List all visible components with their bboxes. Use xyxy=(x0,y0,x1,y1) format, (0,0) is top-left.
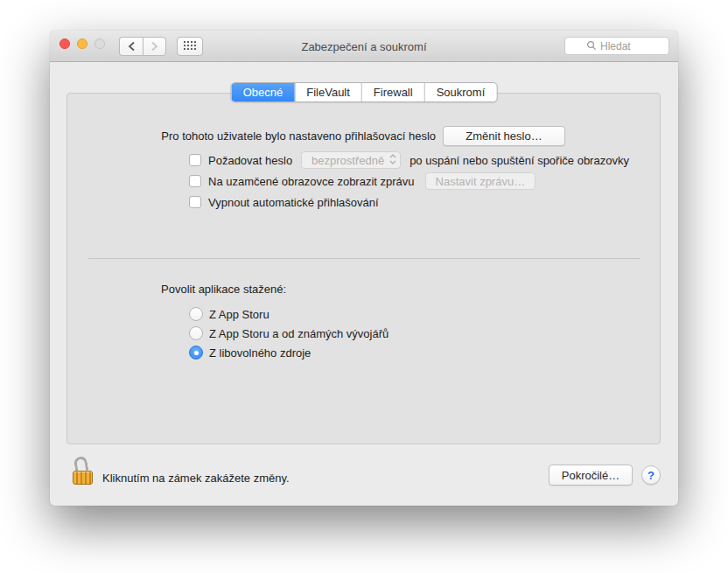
lock-body xyxy=(73,471,93,485)
lock-icon-unlocked[interactable] xyxy=(73,457,95,485)
help-button[interactable]: ? xyxy=(641,465,661,485)
zoom-button-disabled xyxy=(94,38,105,49)
app-source-row-appstore: Z App Storu xyxy=(189,305,270,323)
password-delay-popup-disabled[interactable]: bezprostředně xyxy=(301,151,401,169)
divider xyxy=(88,258,640,259)
minimize-button[interactable] xyxy=(77,38,88,49)
search-field[interactable] xyxy=(564,37,669,55)
lock-message-label: Na uzamčené obrazovce zobrazit zprávu xyxy=(208,175,415,188)
tab-soukromi[interactable]: Soukromí xyxy=(425,83,497,101)
question-mark-icon: ? xyxy=(648,469,654,482)
security-privacy-window: Zabezpečení a soukromí Obecné FileVault … xyxy=(50,31,678,506)
auto-login-checkbox[interactable] xyxy=(189,196,201,208)
radio-app-store[interactable] xyxy=(189,307,203,321)
lock-hint-label: Kliknutím na zámek zakážete změny. xyxy=(102,469,290,486)
auto-login-label: Vypnout automatické přihlašování xyxy=(208,196,379,209)
tab-firewall[interactable]: Firewall xyxy=(362,83,425,101)
forward-button-disabled[interactable] xyxy=(143,37,166,56)
grid-icon xyxy=(184,38,196,54)
password-delay-value: bezprostředně xyxy=(310,154,386,167)
change-password-button[interactable]: Změnit heslo… xyxy=(443,126,565,146)
radio-anywhere-label: Z libovolného zdroje xyxy=(209,346,311,360)
require-password-label: Požadovat heslo xyxy=(208,154,292,167)
require-password-checkbox[interactable] xyxy=(189,154,201,166)
lock-message-checkbox[interactable] xyxy=(189,175,201,187)
tab-obecne[interactable]: Obecné xyxy=(232,83,296,101)
title-bar[interactable]: Zabezpečení a soukromí xyxy=(50,31,678,62)
chevron-right-icon xyxy=(150,41,158,52)
general-pane: Pro tohoto uživatele bylo nastaveno přih… xyxy=(66,93,661,444)
app-source-row-identified: Z App Storu a od známých vývojářů xyxy=(189,325,388,342)
radio-anywhere-selected[interactable] xyxy=(189,346,203,360)
chevron-left-icon xyxy=(128,41,136,52)
close-button[interactable] xyxy=(60,38,70,49)
popup-arrows-icon xyxy=(389,154,396,167)
require-password-suffix-label: po uspání nebo spuštění spořiče obrazovk… xyxy=(410,154,629,167)
radio-app-store-and-developers[interactable] xyxy=(189,326,203,340)
show-all-button[interactable] xyxy=(177,37,203,56)
back-button[interactable] xyxy=(119,37,143,56)
auto-login-row: Vypnout automatické přihlašování xyxy=(189,193,379,211)
lock-message-row: Na uzamčené obrazovce zobrazit zprávu Na… xyxy=(189,172,536,190)
allow-apps-label: Povolit aplikace stažené: xyxy=(161,283,286,296)
tab-bar: Obecné FileVault Firewall Soukromí xyxy=(231,82,498,102)
app-source-row-anywhere: Z libovolného zdroje xyxy=(189,344,311,361)
radio-app-store-label: Z App Storu xyxy=(209,308,270,321)
search-icon xyxy=(586,38,597,54)
radio-app-store-and-developers-label: Z App Storu a od známých vývojářů xyxy=(209,327,388,340)
search-input[interactable] xyxy=(600,40,648,52)
require-password-row: Požadovat heslo bezprostředně po uspání … xyxy=(189,151,629,169)
password-status-row: Pro tohoto uživatele bylo nastaveno přih… xyxy=(67,126,436,146)
tab-filevault[interactable]: FileVault xyxy=(295,83,362,101)
advanced-button[interactable]: Pokročilé… xyxy=(549,465,633,486)
password-status-label: Pro tohoto uživatele bylo nastaveno přih… xyxy=(161,129,436,143)
set-message-button-disabled[interactable]: Nastavit zprávu… xyxy=(425,172,536,190)
nav-button-group xyxy=(119,37,166,56)
